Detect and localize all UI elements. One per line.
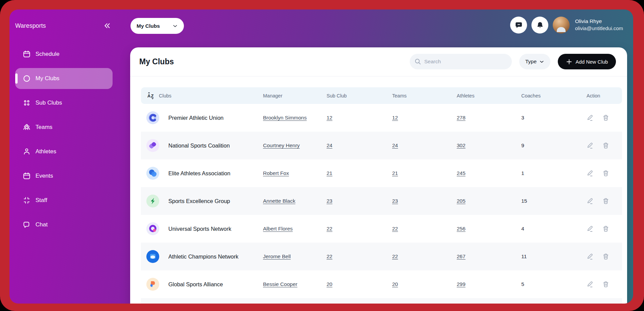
sidebar-item-teams[interactable]: Teams: [15, 117, 113, 138]
club-name: Universal Sports Network: [168, 226, 231, 232]
delete-icon[interactable]: [602, 170, 610, 177]
sidebar-collapse-button[interactable]: [103, 22, 111, 30]
teams-link[interactable]: 12: [392, 115, 398, 120]
coaches-count: 1: [521, 170, 524, 176]
sidebar-item-athletes[interactable]: Athletes: [15, 141, 113, 162]
search-input[interactable]: [424, 59, 502, 65]
sub-club-link[interactable]: 23: [327, 198, 332, 204]
delete-icon[interactable]: [602, 197, 610, 205]
athletes-link[interactable]: 278: [457, 115, 466, 120]
athletes-link[interactable]: 299: [457, 281, 466, 287]
athletes-link[interactable]: 267: [457, 253, 466, 259]
teams-link[interactable]: 22: [392, 226, 398, 231]
athletes-link[interactable]: 205: [457, 198, 466, 204]
calendar-icon: [23, 50, 31, 58]
sidebar-item-sub-clubs[interactable]: Sub Clubs: [15, 92, 113, 113]
column-header-action: Action: [587, 93, 622, 98]
notifications-button[interactable]: [531, 17, 548, 34]
sub-club-link[interactable]: 24: [327, 142, 332, 148]
table-row[interactable]: Athletic Champions Network Jerome Bell 2…: [141, 243, 622, 270]
manager-link[interactable]: Albert Flores: [263, 226, 293, 231]
club-name: Global Sports Alliance: [168, 281, 223, 288]
sub-club-link[interactable]: 12: [327, 115, 332, 120]
topbar-right: Olivia Rhye olivia@untitledui.com: [510, 17, 623, 34]
double-chevron-left-icon: [103, 22, 111, 30]
my-clubs-panel: My Clubs Type Add New Club AZ Clubs: [130, 47, 627, 304]
chat-filled-icon: [515, 21, 523, 29]
manager-link[interactable]: Courtney Henry: [263, 142, 300, 148]
edit-icon[interactable]: [587, 197, 594, 205]
athletes-link[interactable]: 245: [457, 170, 466, 176]
add-new-club-label: Add New Club: [576, 59, 608, 65]
club-name: Elite Athletes Association: [168, 170, 230, 177]
sidebar-item-staff[interactable]: Staff: [15, 190, 113, 211]
teams-link[interactable]: 21: [392, 170, 398, 176]
table-row[interactable]: National Sports Coalition Courtney Henry…: [141, 132, 622, 159]
edit-icon[interactable]: [587, 281, 594, 288]
column-header-manager: Manager: [263, 93, 327, 98]
avatar[interactable]: [553, 17, 570, 34]
athletes-link[interactable]: 302: [457, 142, 466, 148]
table-controls: Type Add New Club: [410, 54, 616, 69]
edit-icon[interactable]: [587, 142, 594, 149]
sidebar-item-events[interactable]: Events: [15, 165, 113, 186]
manager-link[interactable]: Robert Fox: [263, 170, 289, 176]
table-row[interactable]: Universal Sports Network Albert Flores 2…: [141, 215, 622, 243]
app-frame: Waresports Schedule My Clubs Sub Clubs T…: [0, 0, 644, 311]
manager-link[interactable]: Annette Black: [263, 198, 295, 204]
club-name: National Sports Coalition: [168, 142, 230, 149]
sub-club-link[interactable]: 22: [327, 226, 332, 231]
sidebar-item-my-clubs[interactable]: My Clubs: [15, 68, 113, 89]
corner-brackets-icon: [23, 196, 31, 204]
sub-club-link[interactable]: 21: [327, 170, 332, 176]
context-switcher-dropdown[interactable]: My Clubs: [130, 18, 184, 34]
delete-icon[interactable]: [602, 253, 610, 260]
manager-link[interactable]: Bessie Cooper: [263, 281, 297, 287]
manager-link[interactable]: Brooklyn Simmons: [263, 115, 307, 120]
sidebar-item-label: Sub Clubs: [35, 99, 62, 106]
edit-icon[interactable]: [587, 170, 594, 177]
table-row[interactable]: Sports Excellence Group Annette Black 23…: [141, 187, 622, 215]
sidebar-item-label: Chat: [35, 221, 48, 228]
teams-link[interactable]: 23: [392, 198, 398, 204]
delete-icon[interactable]: [602, 114, 610, 121]
edit-icon[interactable]: [587, 114, 594, 121]
teams-link[interactable]: 24: [392, 142, 398, 148]
sidebar-nav: Schedule My Clubs Sub Clubs Teams Athlet…: [9, 44, 130, 235]
table-row[interactable]: Elite Athletes Association Robert Fox 21…: [141, 159, 622, 187]
add-new-club-button[interactable]: Add New Club: [558, 54, 616, 69]
sidebar-item-label: Teams: [35, 124, 52, 131]
sub-club-link[interactable]: 20: [327, 281, 332, 287]
messages-button[interactable]: [510, 17, 527, 34]
svg-text:Z: Z: [151, 93, 154, 98]
table-row[interactable]: Premier Athletic Union Brooklyn Simmons …: [141, 104, 622, 132]
elite-logo: [146, 167, 159, 180]
excellence-logo: [146, 195, 159, 207]
coaches-count: 4: [521, 226, 524, 231]
sidebar-item-label: My Clubs: [35, 75, 59, 82]
type-filter-label: Type: [525, 59, 537, 65]
search-box[interactable]: [410, 54, 512, 69]
table-row-peek: [141, 298, 622, 304]
delete-icon[interactable]: [602, 225, 610, 232]
user-email: olivia@untitledui.com: [575, 25, 623, 32]
athletes-link[interactable]: 256: [457, 226, 466, 231]
type-filter-dropdown[interactable]: Type: [519, 54, 550, 69]
delete-icon[interactable]: [602, 142, 610, 149]
edit-icon[interactable]: [587, 253, 594, 260]
teams-link[interactable]: 20: [392, 281, 398, 287]
sub-club-link[interactable]: 22: [327, 253, 332, 259]
sidebar-item-label: Schedule: [35, 51, 59, 58]
column-header-sub-club: Sub Club: [327, 93, 392, 98]
manager-link[interactable]: Jerome Bell: [263, 253, 291, 259]
sort-az-icon[interactable]: AZ: [147, 92, 156, 100]
edit-icon[interactable]: [587, 225, 594, 232]
sidebar-item-chat[interactable]: Chat: [15, 214, 113, 235]
table-row[interactable]: Global Sports Alliance Bessie Cooper 20 …: [141, 270, 622, 298]
delete-icon[interactable]: [602, 281, 610, 288]
column-header-coaches: Coaches: [521, 93, 587, 98]
teams-link[interactable]: 22: [392, 253, 398, 259]
user-name: Olivia Rhye: [575, 18, 623, 25]
club-name: Athletic Champions Network: [168, 253, 238, 260]
sidebar-item-schedule[interactable]: Schedule: [15, 44, 113, 65]
